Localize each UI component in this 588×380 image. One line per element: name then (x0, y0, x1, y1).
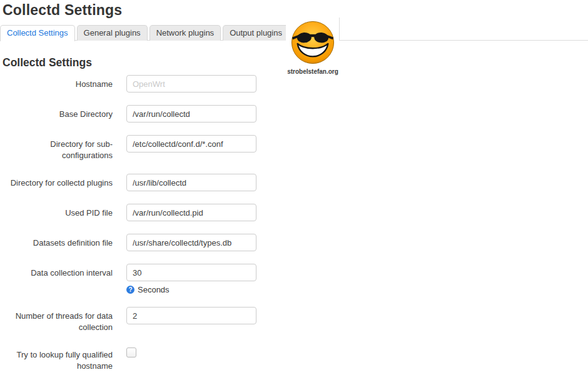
logo-right-edge (339, 18, 340, 41)
fqdn-lookup-checkbox[interactable] (126, 348, 136, 358)
section-title: Collectd Settings (3, 56, 92, 69)
data-collection-threads-input[interactable] (126, 307, 256, 324)
form-row-pid-file: Used PID file (0, 204, 294, 221)
data-collection-interval-description-text: Seconds (138, 285, 170, 294)
form-row-sub-configurations-directory: Directory for sub-configurations (0, 135, 294, 161)
fqdn-lookup-label: Try to lookup fully qualified hostname (6, 346, 113, 372)
datasets-definition-file-field (126, 234, 256, 251)
form-row-base-directory: Base Directory (0, 105, 294, 122)
smiley-sunglasses-icon (290, 19, 336, 66)
collectd-plugins-directory-label: Directory for collectd plugins (6, 174, 113, 191)
pid-file-field (126, 204, 256, 221)
fqdn-lookup-field (126, 346, 136, 372)
data-collection-threads-label: Number of threads for data collection (6, 307, 113, 333)
pid-file-input[interactable] (126, 204, 256, 221)
sub-configurations-directory-input[interactable] (126, 135, 256, 152)
collectd-settings-form: HostnameBase DirectoryDirectory for sub-… (0, 75, 294, 380)
form-row-data-collection-threads: Number of threads for data collection (0, 307, 294, 333)
page-title: Collectd Settings (3, 2, 122, 19)
form-row-datasets-definition-file: Datasets definition file (0, 234, 294, 251)
form-row-data-collection-interval: Data collection interval?Seconds (0, 264, 294, 294)
base-directory-label: Base Directory (6, 105, 113, 122)
collectd-plugins-directory-field (126, 174, 256, 191)
data-collection-interval-description: ?Seconds (126, 285, 256, 294)
logo-caption: strobelstefan.org (286, 68, 340, 75)
form-row-fqdn-lookup: Try to lookup fully qualified hostname (0, 346, 294, 372)
base-directory-field (126, 105, 256, 122)
hostname-label: Hostname (6, 75, 113, 92)
hostname-input[interactable] (126, 75, 256, 92)
hostname-field (126, 75, 256, 92)
sub-configurations-directory-field (126, 135, 256, 161)
tab-network-plugins[interactable]: Network plugins (150, 25, 221, 41)
sub-configurations-directory-label: Directory for sub-configurations (6, 135, 113, 161)
data-collection-interval-field: ?Seconds (126, 264, 256, 294)
logo-box: strobelstefan.org (286, 18, 340, 78)
base-directory-input[interactable] (126, 105, 256, 122)
data-collection-interval-label: Data collection interval (6, 264, 113, 294)
data-collection-interval-input[interactable] (126, 264, 256, 281)
tab-output-plugins[interactable]: Output plugins (223, 25, 289, 41)
tab-collectd-settings[interactable]: Collectd Settings (0, 25, 75, 41)
datasets-definition-file-label: Datasets definition file (6, 234, 113, 251)
form-row-collectd-plugins-directory: Directory for collectd plugins (0, 174, 294, 191)
tab-general-plugins[interactable]: General plugins (77, 25, 148, 41)
datasets-definition-file-input[interactable] (126, 234, 256, 251)
pid-file-label: Used PID file (6, 204, 113, 221)
question-mark-help-icon: ? (126, 286, 134, 294)
collectd-plugins-directory-input[interactable] (126, 174, 256, 191)
form-row-hostname: Hostname (0, 75, 294, 92)
data-collection-threads-field (126, 307, 256, 333)
